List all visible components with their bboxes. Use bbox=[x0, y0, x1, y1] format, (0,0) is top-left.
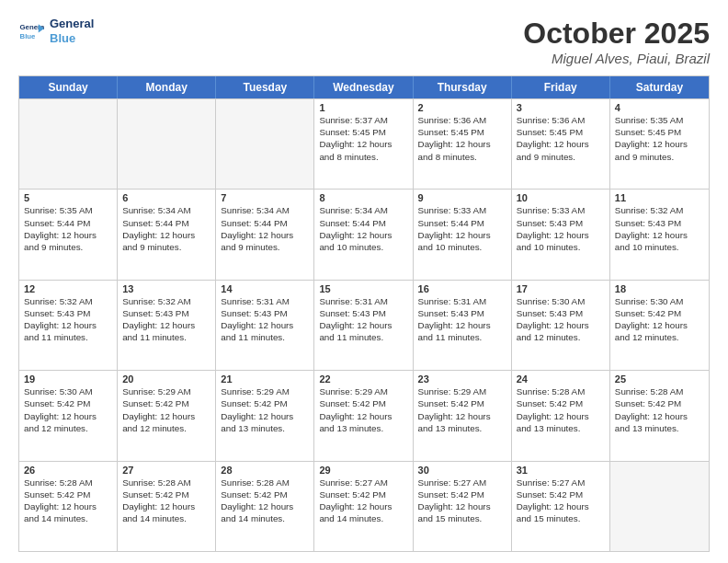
calendar-cell: 19Sunrise: 5:30 AMSunset: 5:42 PMDayligh… bbox=[19, 371, 118, 460]
day-number: 2 bbox=[418, 102, 506, 113]
calendar-cell: 31Sunrise: 5:27 AMSunset: 5:42 PMDayligh… bbox=[512, 462, 610, 551]
calendar-row-5: 26Sunrise: 5:28 AMSunset: 5:42 PMDayligh… bbox=[19, 461, 709, 551]
calendar-header: Sunday Monday Tuesday Wednesday Thursday… bbox=[19, 76, 709, 98]
sunset-text: Sunset: 5:42 PM bbox=[122, 488, 210, 500]
day-number: 22 bbox=[319, 373, 407, 385]
sunset-text: Sunset: 5:43 PM bbox=[615, 217, 704, 229]
sunset-text: Sunset: 5:43 PM bbox=[24, 307, 112, 319]
sunrise-text: Sunrise: 5:31 AM bbox=[418, 295, 506, 307]
sunrise-text: Sunrise: 5:34 AM bbox=[122, 204, 210, 216]
sunset-text: Sunset: 5:42 PM bbox=[221, 397, 309, 409]
day-number: 12 bbox=[24, 283, 112, 294]
day-number: 13 bbox=[122, 283, 210, 294]
daylight-text: Daylight: 12 hours and 8 minutes. bbox=[319, 138, 407, 162]
sunrise-text: Sunrise: 5:27 AM bbox=[319, 477, 407, 488]
header-saturday: Saturday bbox=[610, 76, 709, 98]
day-number: 28 bbox=[221, 465, 309, 476]
sunset-text: Sunset: 5:45 PM bbox=[319, 126, 407, 138]
daylight-text: Daylight: 12 hours and 10 minutes. bbox=[517, 229, 605, 253]
day-number: 10 bbox=[517, 192, 605, 203]
sunset-text: Sunset: 5:42 PM bbox=[517, 397, 605, 409]
sunrise-text: Sunrise: 5:31 AM bbox=[319, 295, 407, 307]
calendar: Sunday Monday Tuesday Wednesday Thursday… bbox=[18, 75, 710, 552]
sunrise-text: Sunrise: 5:32 AM bbox=[122, 295, 210, 307]
day-number: 9 bbox=[418, 192, 506, 203]
calendar-cell bbox=[118, 99, 216, 189]
day-number: 26 bbox=[24, 465, 112, 476]
sunrise-text: Sunrise: 5:36 AM bbox=[517, 114, 605, 126]
day-number: 31 bbox=[517, 465, 605, 476]
calendar-cell: 21Sunrise: 5:29 AMSunset: 5:42 PMDayligh… bbox=[216, 371, 314, 460]
sunrise-text: Sunrise: 5:32 AM bbox=[24, 295, 112, 307]
sunset-text: Sunset: 5:43 PM bbox=[418, 307, 506, 319]
sunrise-text: Sunrise: 5:32 AM bbox=[615, 204, 704, 216]
calendar-cell: 26Sunrise: 5:28 AMSunset: 5:42 PMDayligh… bbox=[19, 462, 118, 551]
page: General Blue General Blue October 2025 M… bbox=[0, 0, 728, 563]
daylight-text: Daylight: 12 hours and 14 minutes. bbox=[24, 500, 112, 524]
daylight-text: Daylight: 12 hours and 13 minutes. bbox=[615, 410, 704, 434]
calendar-cell: 1Sunrise: 5:37 AMSunset: 5:45 PMDaylight… bbox=[314, 99, 413, 189]
calendar-cell: 12Sunrise: 5:32 AMSunset: 5:43 PMDayligh… bbox=[19, 281, 118, 370]
day-number: 25 bbox=[615, 373, 704, 385]
calendar-row-2: 5Sunrise: 5:35 AMSunset: 5:44 PMDaylight… bbox=[19, 189, 709, 279]
logo: General Blue General Blue bbox=[18, 17, 94, 45]
calendar-cell: 16Sunrise: 5:31 AMSunset: 5:43 PMDayligh… bbox=[414, 281, 512, 370]
sunset-text: Sunset: 5:42 PM bbox=[615, 307, 704, 319]
sunset-text: Sunset: 5:42 PM bbox=[418, 397, 506, 409]
daylight-text: Daylight: 12 hours and 9 minutes. bbox=[122, 229, 210, 253]
day-number: 7 bbox=[221, 192, 309, 203]
sunset-text: Sunset: 5:42 PM bbox=[24, 488, 112, 500]
sunrise-text: Sunrise: 5:34 AM bbox=[319, 204, 407, 216]
sunset-text: Sunset: 5:42 PM bbox=[319, 397, 407, 409]
day-number: 3 bbox=[517, 102, 605, 113]
daylight-text: Daylight: 12 hours and 12 minutes. bbox=[517, 319, 605, 343]
daylight-text: Daylight: 12 hours and 11 minutes. bbox=[221, 319, 309, 343]
calendar-cell: 27Sunrise: 5:28 AMSunset: 5:42 PMDayligh… bbox=[118, 462, 216, 551]
sunrise-text: Sunrise: 5:29 AM bbox=[122, 385, 210, 397]
calendar-cell: 13Sunrise: 5:32 AMSunset: 5:43 PMDayligh… bbox=[118, 281, 216, 370]
day-number: 18 bbox=[615, 283, 704, 294]
daylight-text: Daylight: 12 hours and 11 minutes. bbox=[418, 319, 506, 343]
logo-general: General bbox=[50, 17, 94, 31]
sunset-text: Sunset: 5:42 PM bbox=[517, 488, 605, 500]
daylight-text: Daylight: 12 hours and 15 minutes. bbox=[418, 500, 506, 524]
day-number: 20 bbox=[122, 373, 210, 385]
day-number: 4 bbox=[615, 102, 704, 113]
sunrise-text: Sunrise: 5:34 AM bbox=[221, 204, 309, 216]
daylight-text: Daylight: 12 hours and 13 minutes. bbox=[319, 410, 407, 434]
header-wednesday: Wednesday bbox=[314, 76, 413, 98]
calendar-cell: 20Sunrise: 5:29 AMSunset: 5:42 PMDayligh… bbox=[118, 371, 216, 460]
daylight-text: Daylight: 12 hours and 9 minutes. bbox=[221, 229, 309, 253]
sunrise-text: Sunrise: 5:31 AM bbox=[221, 295, 309, 307]
header-thursday: Thursday bbox=[414, 76, 512, 98]
calendar-cell: 4Sunrise: 5:35 AMSunset: 5:45 PMDaylight… bbox=[610, 99, 709, 189]
day-number: 23 bbox=[418, 373, 506, 385]
sunrise-text: Sunrise: 5:28 AM bbox=[615, 385, 704, 397]
calendar-row-4: 19Sunrise: 5:30 AMSunset: 5:42 PMDayligh… bbox=[19, 370, 709, 460]
logo-blue: Blue bbox=[50, 31, 94, 46]
day-number: 5 bbox=[24, 192, 112, 203]
day-number: 14 bbox=[221, 283, 309, 294]
day-number: 29 bbox=[319, 465, 407, 476]
sunset-text: Sunset: 5:44 PM bbox=[122, 217, 210, 229]
calendar-cell: 2Sunrise: 5:36 AMSunset: 5:45 PMDaylight… bbox=[414, 99, 512, 189]
daylight-text: Daylight: 12 hours and 12 minutes. bbox=[615, 319, 704, 343]
month-title: October 2025 bbox=[523, 17, 710, 51]
sunrise-text: Sunrise: 5:28 AM bbox=[24, 477, 112, 488]
sunrise-text: Sunrise: 5:35 AM bbox=[24, 204, 112, 216]
sunset-text: Sunset: 5:45 PM bbox=[615, 126, 704, 138]
daylight-text: Daylight: 12 hours and 14 minutes. bbox=[319, 500, 407, 524]
sunrise-text: Sunrise: 5:28 AM bbox=[517, 385, 605, 397]
calendar-cell: 25Sunrise: 5:28 AMSunset: 5:42 PMDayligh… bbox=[610, 371, 709, 460]
calendar-cell: 23Sunrise: 5:29 AMSunset: 5:42 PMDayligh… bbox=[414, 371, 512, 460]
daylight-text: Daylight: 12 hours and 14 minutes. bbox=[122, 500, 210, 524]
calendar-cell: 10Sunrise: 5:33 AMSunset: 5:43 PMDayligh… bbox=[512, 190, 610, 279]
calendar-cell: 18Sunrise: 5:30 AMSunset: 5:42 PMDayligh… bbox=[610, 281, 709, 370]
day-number: 27 bbox=[122, 465, 210, 476]
calendar-row-3: 12Sunrise: 5:32 AMSunset: 5:43 PMDayligh… bbox=[19, 280, 709, 370]
day-number: 8 bbox=[319, 192, 407, 203]
sunset-text: Sunset: 5:43 PM bbox=[517, 217, 605, 229]
calendar-cell bbox=[216, 99, 314, 189]
calendar-cell: 9Sunrise: 5:33 AMSunset: 5:44 PMDaylight… bbox=[414, 190, 512, 279]
calendar-cell: 11Sunrise: 5:32 AMSunset: 5:43 PMDayligh… bbox=[610, 190, 709, 279]
